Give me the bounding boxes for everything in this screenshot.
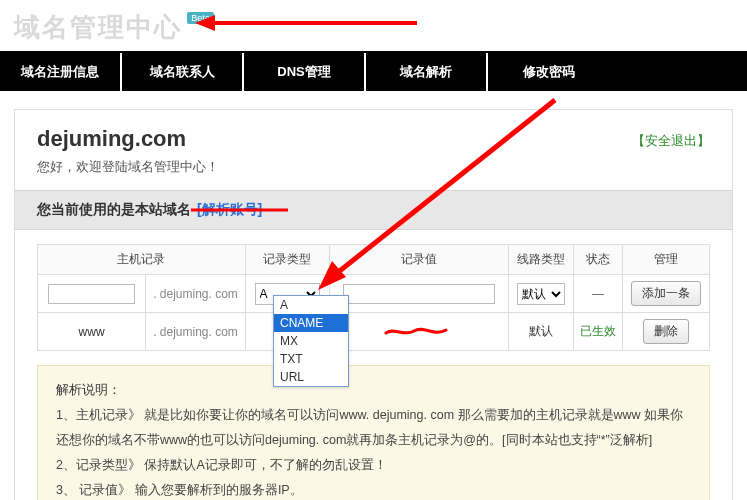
record-type-dropdown[interactable]: A CNAME MX TXT URL (273, 295, 349, 387)
type-option-a[interactable]: A (274, 296, 348, 314)
dns-records-table: 主机记录 记录类型 记录值 线路类型 状态 管理 . dejuming. com… (37, 244, 710, 351)
type-option-mx[interactable]: MX (274, 332, 348, 350)
current-domain-notice: 您当前使用的是本站域名 [解析账号] (15, 190, 732, 230)
main-nav: 域名注册信息 域名联系人 DNS管理 域名解析 修改密码 (0, 51, 747, 91)
type-option-url[interactable]: URL (274, 368, 348, 386)
nav-domain-contact[interactable]: 域名联系人 (122, 53, 244, 91)
help-title: 解析说明： (56, 378, 691, 403)
brand-bar: 域名管理中心 Beta (0, 0, 747, 51)
record-row: www . dejuming. com A 默认 已生效 删除 (38, 313, 710, 351)
brand-title: 域名管理中心 (14, 10, 182, 45)
record-value-input[interactable] (343, 284, 495, 304)
domain-name: dejuming.com (37, 126, 710, 152)
content-panel: dejuming.com 您好，欢迎登陆域名管理中心！ 【安全退出】 您当前使用… (14, 109, 733, 500)
help-line: 1、主机记录》 就是比如你要让你的域名可以访问www. dejuming. co… (56, 403, 691, 453)
logout-link[interactable]: 【安全退出】 (632, 132, 710, 150)
type-option-txt[interactable]: TXT (274, 350, 348, 368)
domain-suffix: . dejuming. com (146, 275, 246, 313)
nav-change-password[interactable]: 修改密码 (488, 53, 610, 91)
help-box: 解析说明： 1、主机记录》 就是比如你要让你的域名可以访问www. dejumi… (37, 365, 710, 500)
status-active: 已生效 (580, 324, 616, 338)
th-type: 记录类型 (245, 245, 329, 275)
add-record-button[interactable]: 添加一条 (631, 281, 701, 306)
beta-badge: Beta (187, 12, 214, 24)
red-scribble-annotation (384, 325, 454, 339)
help-line: 3、 记录值》 输入您要解析到的服务器IP。 (56, 478, 691, 500)
notice-account: [解析账号] (195, 201, 264, 219)
records-table-wrap: 主机记录 记录类型 记录值 线路类型 状态 管理 . dejuming. com… (15, 230, 732, 351)
nav-domain-reg-info[interactable]: 域名注册信息 (0, 53, 122, 91)
status-placeholder: — (592, 287, 604, 301)
notice-prefix: 您当前使用的是本站域名 (37, 201, 191, 217)
cell-value (330, 313, 509, 351)
nav-domain-resolve[interactable]: 域名解析 (366, 53, 488, 91)
help-line: 2、记录类型》 保持默认A记录即可，不了解的勿乱设置！ (56, 453, 691, 478)
table-header-row: 主机记录 记录类型 记录值 线路类型 状态 管理 (38, 245, 710, 275)
th-host: 主机记录 (38, 245, 246, 275)
cell-host: www (38, 313, 146, 351)
th-action: 管理 (623, 245, 710, 275)
new-record-row: . dejuming. com A 默认 — 添加一条 (38, 275, 710, 313)
nav-dns-manage[interactable]: DNS管理 (244, 53, 366, 91)
th-status: 状态 (573, 245, 623, 275)
th-line: 线路类型 (508, 245, 573, 275)
welcome-text: 您好，欢迎登陆域名管理中心！ (37, 158, 710, 176)
domain-suffix: . dejuming. com (146, 313, 246, 351)
domain-header: dejuming.com 您好，欢迎登陆域名管理中心！ 【安全退出】 (15, 110, 732, 190)
delete-record-button[interactable]: 删除 (643, 319, 689, 344)
cell-line: 默认 (508, 313, 573, 351)
line-type-select[interactable]: 默认 (517, 283, 565, 305)
th-value: 记录值 (330, 245, 509, 275)
red-strike-annotation (191, 209, 288, 212)
type-option-cname[interactable]: CNAME (274, 314, 348, 332)
host-input[interactable] (48, 284, 136, 304)
